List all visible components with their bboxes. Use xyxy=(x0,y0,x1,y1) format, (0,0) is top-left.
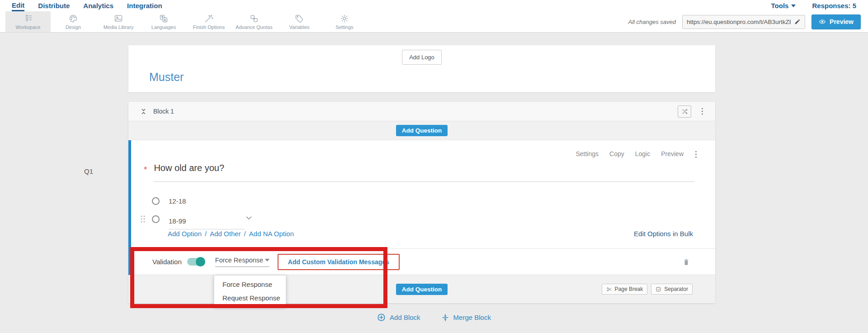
save-status: All changes saved xyxy=(628,19,676,25)
validation-toggle[interactable] xyxy=(187,258,204,266)
add-other-link[interactable]: Add Other xyxy=(210,230,241,238)
merge-block-button[interactable]: Merge Block xyxy=(441,313,491,322)
page-break-scissors-icon xyxy=(606,286,612,292)
select-caret-down-icon xyxy=(265,259,269,262)
shuffle-icon xyxy=(681,108,688,115)
option-label-editing[interactable]: 18-99 xyxy=(169,217,245,229)
edit-options-in-bulk-link[interactable]: Edit Options in Bulk xyxy=(634,230,693,238)
page-break-label: Page Break xyxy=(615,286,643,292)
dropdown-option-request-response[interactable]: Request Response xyxy=(214,291,286,304)
toolbar-item-settings[interactable]: Settings xyxy=(322,11,367,32)
question-text-input[interactable]: How old are you? xyxy=(154,163,694,182)
variables-tag-icon xyxy=(295,14,304,23)
question-logic-link[interactable]: Logic xyxy=(635,150,650,157)
link-separator: / xyxy=(244,230,246,238)
add-question-button-top[interactable]: Add Question xyxy=(396,125,448,136)
survey-canvas: Add Logo Muster Q1 Block 1 Add Question xyxy=(0,33,868,333)
add-block-label: Add Block xyxy=(390,314,420,321)
tab-edit[interactable]: Edit xyxy=(12,0,24,11)
toggle-knob xyxy=(196,257,205,266)
option-chevron-down-icon[interactable] xyxy=(245,214,253,222)
delete-trash-icon[interactable] xyxy=(683,258,690,266)
question-title-row: * How old are you? xyxy=(144,163,694,182)
responses-count[interactable]: Responses: 5 xyxy=(812,2,856,10)
option-label[interactable]: 12-18 xyxy=(169,197,186,205)
toolbar-label: Finish Options xyxy=(193,24,225,30)
survey-title[interactable]: Muster xyxy=(149,71,184,84)
answer-option-row: 18-99 xyxy=(131,211,715,227)
validation-type-select[interactable]: Force Response xyxy=(215,257,269,267)
separator-label: Separator xyxy=(664,286,688,292)
radio-button[interactable] xyxy=(152,197,160,205)
circle-plus-icon xyxy=(377,313,386,322)
toolbar-item-languages[interactable]: Languages xyxy=(141,11,186,32)
media-library-image-icon xyxy=(114,14,123,23)
toolbar-item-finish-options[interactable]: Finish Options xyxy=(186,11,231,32)
top-navigation: Edit Distribute Analytics Integration To… xyxy=(0,0,868,11)
question-menu: Settings Copy Logic Preview xyxy=(576,150,684,157)
block-kebab-menu-icon[interactable] xyxy=(701,107,703,115)
block-header: Block 1 xyxy=(128,102,715,121)
tab-distribute[interactable]: Distribute xyxy=(38,0,70,11)
toolbar-label: Workspace xyxy=(16,24,41,30)
validation-label: Validation xyxy=(152,258,182,266)
toolbar-item-media-library[interactable]: Media Library xyxy=(96,11,141,32)
toolbar-item-advance-quotas[interactable]: Advance Quotas xyxy=(231,11,277,32)
question-settings-link[interactable]: Settings xyxy=(576,150,599,157)
tools-label: Tools xyxy=(771,2,789,10)
add-logo-button[interactable]: Add Logo xyxy=(402,50,442,65)
toolbar-label: Variables xyxy=(289,24,309,30)
survey-url-field[interactable]: https://eu.questionpro.com/t/AB3urtkZB3u… xyxy=(682,15,805,29)
add-custom-validation-messages-button[interactable]: Add Custom Validation Messages xyxy=(278,254,400,270)
add-block-button[interactable]: Add Block xyxy=(377,313,420,322)
merge-block-label: Merge Block xyxy=(453,314,491,321)
page-break-button[interactable]: Page Break xyxy=(602,284,648,295)
toolbar-item-workspace[interactable]: Workspace xyxy=(5,11,51,32)
question-panel: Settings Copy Logic Preview * How old ar… xyxy=(128,140,715,275)
settings-gear-icon xyxy=(340,14,349,23)
toolbar-label: Design xyxy=(66,24,81,30)
workspace-pencil-icon xyxy=(24,14,33,23)
languages-translate-icon xyxy=(159,14,168,23)
link-separator: / xyxy=(205,230,207,238)
question-copy-link[interactable]: Copy xyxy=(609,150,624,157)
toolbar-label: Advance Quotas xyxy=(236,24,272,30)
editor-toolbar: Workspace Design Media Library Languages… xyxy=(0,11,868,33)
tools-menu[interactable]: Tools xyxy=(771,2,796,10)
separator-button[interactable]: Separator xyxy=(651,284,693,295)
caret-down-icon xyxy=(791,5,796,7)
drag-handle-icon[interactable] xyxy=(140,215,146,223)
merge-arrows-icon xyxy=(441,314,449,322)
eye-icon xyxy=(819,18,826,25)
survey-header-card: Add Logo Muster xyxy=(128,45,715,92)
collapse-block-icon[interactable] xyxy=(140,108,147,115)
toolbar-item-design[interactable]: Design xyxy=(51,11,96,32)
question-kebab-menu-icon[interactable] xyxy=(695,150,697,158)
block-footer-actions: Page Break Separator xyxy=(602,284,693,295)
tab-integration[interactable]: Integration xyxy=(127,0,162,11)
dropdown-option-force-response[interactable]: Force Response xyxy=(214,277,286,291)
answer-option-row: 12-18 xyxy=(131,193,715,209)
validation-selected-value: Force Response xyxy=(215,257,263,264)
add-option-link[interactable]: Add Option xyxy=(168,230,202,238)
edit-url-pencil-icon[interactable] xyxy=(794,19,801,25)
tab-analytics[interactable]: Analytics xyxy=(83,0,113,11)
radio-button[interactable] xyxy=(152,215,160,223)
finish-options-wand-icon xyxy=(204,14,213,23)
validation-dropdown-menu: Force Response Request Response xyxy=(214,275,286,307)
question-preview-link[interactable]: Preview xyxy=(661,150,684,157)
preview-label: Preview xyxy=(830,18,854,25)
preview-button[interactable]: Preview xyxy=(811,14,861,29)
randomize-block-button[interactable] xyxy=(678,105,691,118)
toolbar-item-variables[interactable]: Variables xyxy=(277,11,322,32)
block-title[interactable]: Block 1 xyxy=(153,108,174,115)
separator-checkbox-icon xyxy=(656,286,661,292)
toolbar-label: Languages xyxy=(151,24,176,30)
add-question-row-top: Add Question xyxy=(128,121,715,140)
add-na-option-link[interactable]: Add NA Option xyxy=(249,230,294,238)
main-tabs: Edit Distribute Analytics Integration xyxy=(12,0,162,11)
add-question-button-bottom[interactable]: Add Question xyxy=(396,284,448,295)
option-links-row: Add Option / Add Other / Add NA Option E… xyxy=(168,230,693,238)
topnav-right: Tools Responses: 5 xyxy=(771,2,856,10)
toolbar-label: Settings xyxy=(335,24,354,30)
